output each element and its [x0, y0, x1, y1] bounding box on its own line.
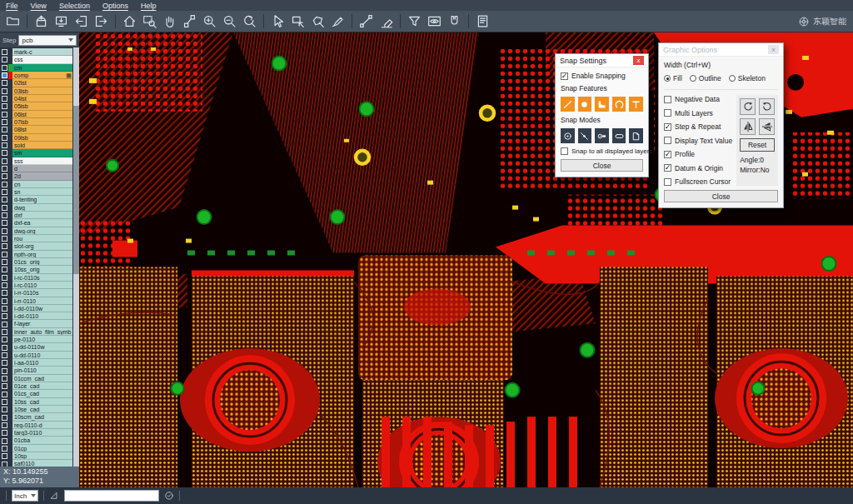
layer-row[interactable]: i-dd-0110 [1, 312, 72, 320]
layer-visibility-checkbox[interactable] [2, 142, 7, 148]
option-fullscreen-cursor[interactable]: Fullscreen Cursor [664, 177, 732, 186]
layer-visibility-checkbox[interactable] [2, 376, 7, 382]
layer-row[interactable]: 01ccm_cad [1, 375, 72, 382]
snap-mode-pad-icon[interactable] [595, 128, 609, 143]
layer-row[interactable]: cm [1, 64, 72, 72]
layer-visibility-checkbox[interactable] [2, 407, 7, 412]
layer-row[interactable]: 10scm_cad [1, 413, 72, 421]
layer-row[interactable]: sss [1, 157, 72, 165]
layer-visibility-checkbox[interactable] [2, 127, 7, 132]
layer-visibility-checkbox[interactable] [2, 322, 7, 327]
layer-row[interactable]: i-aa-0110 [1, 359, 72, 367]
option-datum-origin[interactable]: ✓Datum & Origin [664, 164, 732, 172]
layer-row[interactable]: 10sp [1, 452, 72, 460]
layer-visibility-checkbox[interactable] [2, 329, 7, 335]
layer-row[interactable]: dwg [1, 204, 72, 212]
layer-visibility-checkbox[interactable] [2, 313, 7, 319]
zoom-reset-icon[interactable] [240, 12, 259, 30]
layer-list-scrollbar[interactable] [73, 47, 79, 467]
layer-visibility-checkbox[interactable] [2, 399, 7, 405]
layer-visibility-checkbox[interactable] [2, 220, 7, 226]
layer-row[interactable]: slot-org [1, 242, 72, 250]
menu-item-file[interactable]: File [6, 2, 18, 10]
layer-row[interactable]: i-rc-0110 [1, 282, 72, 289]
snap-mode-tangent-icon[interactable] [578, 128, 592, 143]
snap-feature-text-icon[interactable] [629, 97, 643, 112]
layer-visibility-checkbox[interactable] [2, 205, 7, 211]
layer-visibility-checkbox[interactable] [2, 415, 7, 421]
layer-visibility-checkbox[interactable] [2, 337, 7, 342]
active-layer-badge[interactable]: ▦ [65, 72, 72, 79]
corner-tool-icon[interactable] [49, 491, 59, 501]
graphic-close-button[interactable]: Close [664, 190, 778, 202]
layer-visibility-checkbox[interactable] [2, 88, 7, 94]
command-input[interactable] [64, 490, 159, 502]
menu-item-options[interactable]: Options [102, 2, 128, 10]
graphic-options-titlebar[interactable]: Graphic Options x [659, 43, 783, 57]
layer-visibility-checkbox[interactable] [2, 57, 7, 62]
layer-visibility-checkbox[interactable] [2, 430, 7, 436]
eye-preview-icon[interactable] [425, 12, 444, 30]
layer-row[interactable]: i-rr-0110 [1, 297, 72, 305]
layer-visibility-checkbox[interactable] [2, 103, 7, 109]
layer-visibility-checkbox[interactable] [2, 189, 7, 195]
layer-visibility-checkbox[interactable] [2, 392, 7, 397]
layer-visibility-checkbox[interactable] [2, 166, 7, 172]
snap-feature-arc-icon[interactable] [612, 97, 626, 112]
poly-select-icon[interactable] [308, 12, 327, 30]
layer-visibility-checkbox[interactable] [2, 49, 7, 55]
layer-visibility-checkbox[interactable] [2, 453, 7, 459]
layer-row[interactable]: targ3-0110 [1, 429, 72, 437]
layer-row[interactable]: 04lst [1, 95, 72, 102]
layer-row[interactable]: dxf [1, 212, 72, 219]
layer-row[interactable]: inner_auto_film_symb [1, 328, 72, 336]
layer-visibility-checkbox[interactable] [2, 360, 7, 366]
layer-visibility-checkbox[interactable] [2, 65, 7, 71]
layer-row[interactable]: 05lsb [1, 102, 72, 110]
layer-visibility-checkbox[interactable] [2, 72, 7, 78]
layer-row[interactable]: 10ss_cad [1, 398, 72, 406]
option-checkbox[interactable] [664, 178, 671, 186]
option-checkbox[interactable] [664, 109, 671, 117]
pcb-canvas[interactable]: Snap Settings x ✓ Enable Snapping Snap F… [79, 32, 853, 487]
snap-settings-titlebar[interactable]: Snap Settings x [556, 54, 648, 67]
layer-visibility-checkbox[interactable] [2, 462, 7, 467]
layer-row[interactable]: 02lst [1, 79, 72, 87]
zoom-out-icon[interactable] [220, 12, 239, 30]
layer-visibility-checkbox[interactable] [2, 243, 7, 249]
close-icon[interactable]: x [633, 56, 644, 65]
layer-visibility-checkbox[interactable] [2, 259, 7, 265]
layer-visibility-checkbox[interactable] [2, 135, 7, 141]
layer-row[interactable]: saf0110 [1, 460, 72, 467]
cursor-select-icon[interactable] [268, 12, 287, 30]
layer-row[interactable]: sm [1, 149, 72, 157]
folder-icon[interactable] [3, 12, 22, 30]
layer-row[interactable]: d [1, 165, 72, 172]
zoom-area-icon[interactable] [140, 12, 159, 30]
layer-row[interactable]: 03lsb [1, 87, 72, 95]
layer-visibility-checkbox[interactable] [2, 383, 7, 389]
node-edit-icon[interactable] [180, 12, 199, 30]
zoom-in-icon[interactable] [200, 12, 219, 30]
layer-visibility-checkbox[interactable] [2, 112, 7, 117]
layer-visibility-checkbox[interactable] [2, 306, 7, 312]
layer-visibility-checkbox[interactable] [2, 282, 7, 288]
menu-item-view[interactable]: View [31, 2, 47, 10]
pan-hand-icon[interactable] [160, 12, 179, 30]
snap-mode-slot-icon[interactable] [612, 128, 626, 143]
option-checkbox[interactable]: ✓ [664, 164, 671, 172]
page-import-icon[interactable] [72, 12, 91, 30]
snap-feature-corner-icon[interactable] [595, 97, 609, 112]
option-checkbox[interactable] [664, 96, 671, 103]
layer-row[interactable]: i-rr-0110s [1, 289, 72, 297]
rot-ccw-icon[interactable] [759, 98, 775, 115]
home-icon[interactable] [120, 12, 139, 30]
enable-snapping-option[interactable]: ✓ Enable Snapping [561, 72, 643, 80]
option-step-repeat[interactable]: ✓Step & Repeat [664, 122, 732, 131]
layer-visibility-checkbox[interactable] [2, 212, 7, 218]
apply-refresh-icon[interactable] [164, 491, 174, 501]
layer-row[interactable]: 10se_cad [1, 406, 72, 413]
scrollbar-thumb[interactable] [73, 106, 79, 273]
layer-visibility-checkbox[interactable] [2, 290, 7, 296]
menu-item-selection[interactable]: Selection [59, 2, 90, 10]
